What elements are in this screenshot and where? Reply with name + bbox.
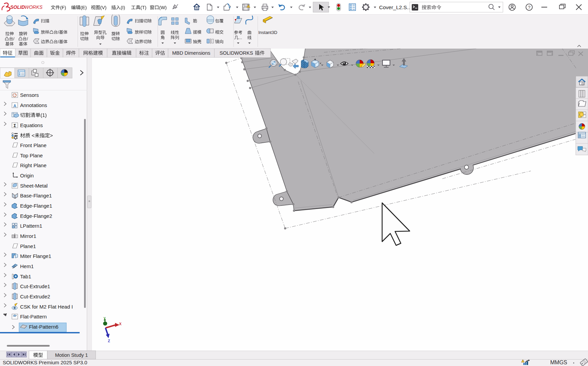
svg-text:Instant3D: Instant3D xyxy=(258,30,277,35)
svg-text:Sensors: Sensors xyxy=(20,92,39,98)
svg-text:Annotations: Annotations xyxy=(20,102,47,108)
svg-text:X: X xyxy=(119,322,121,326)
svg-text:A: A xyxy=(13,104,16,108)
svg-text:!: ! xyxy=(248,5,249,8)
svg-text:MMGS: MMGS xyxy=(550,360,567,365)
svg-text:Mirror1: Mirror1 xyxy=(20,233,36,239)
svg-text:MBD Dimensions: MBD Dimensions xyxy=(172,50,210,56)
svg-text:Cover_L2.S...: Cover_L2.S... xyxy=(379,4,411,10)
svg-text:Origin: Origin xyxy=(20,173,34,178)
svg-text:Y: Y xyxy=(103,317,106,320)
svg-text:Flat-Pattern6: Flat-Pattern6 xyxy=(29,324,59,330)
svg-text:Flat-Pattern: Flat-Pattern xyxy=(20,314,47,319)
svg-text:Cut-Extrude1: Cut-Extrude1 xyxy=(20,283,50,289)
svg-text:Edge-Flange2: Edge-Flange2 xyxy=(20,213,52,219)
svg-text:Edge-Flange1: Edge-Flange1 xyxy=(20,203,52,209)
svg-text:!: ! xyxy=(522,360,523,362)
svg-text:LPattern1: LPattern1 xyxy=(20,223,42,229)
svg-text:Base-Flange1: Base-Flange1 xyxy=(20,193,52,198)
svg-text:Cut-Extrude2: Cut-Extrude2 xyxy=(20,294,50,299)
svg-text:?: ? xyxy=(528,5,530,10)
svg-text:CSK for M2 Flat Head I: CSK for M2 Flat Head I xyxy=(20,304,73,310)
svg-text:Equations: Equations xyxy=(20,122,43,128)
svg-text:Front Plane: Front Plane xyxy=(20,142,47,148)
svg-text:SOLID: SOLID xyxy=(10,4,25,10)
svg-text:WORKS: WORKS xyxy=(24,4,43,10)
svg-text:Hem1: Hem1 xyxy=(20,263,34,269)
svg-text:Miter Flange1: Miter Flange1 xyxy=(20,253,51,259)
svg-text:Z: Z xyxy=(108,339,110,343)
svg-text:SOLIDWORKS: SOLIDWORKS xyxy=(219,50,253,56)
svg-text:Motion Study 1: Motion Study 1 xyxy=(55,352,88,358)
svg-text:Top Plane: Top Plane xyxy=(20,153,43,158)
svg-text:Sheet-Metal: Sheet-Metal xyxy=(20,183,48,189)
svg-text:Plane1: Plane1 xyxy=(20,243,36,249)
svg-text:Right Plane: Right Plane xyxy=(20,162,47,168)
svg-text:SOLIDWORKS Premium 2025 SP3.0: SOLIDWORKS Premium 2025 SP3.0 xyxy=(3,360,87,365)
svg-text:Tab1: Tab1 xyxy=(20,274,31,279)
svg-text:Σ: Σ xyxy=(14,123,16,128)
